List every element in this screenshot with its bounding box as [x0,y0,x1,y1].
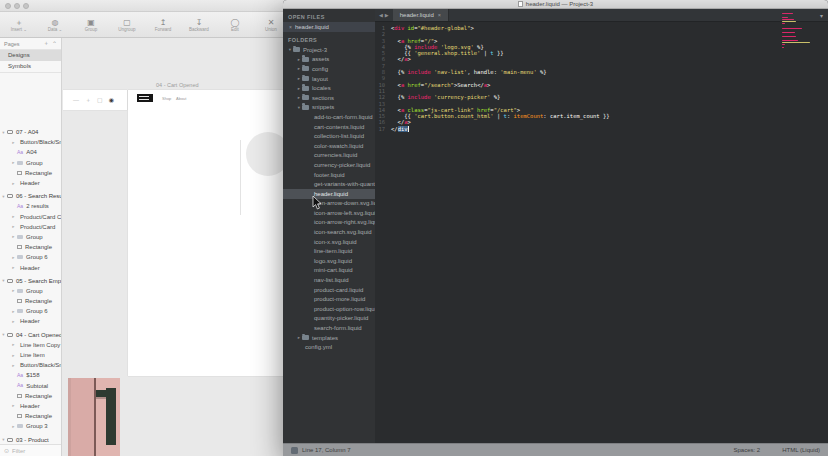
toolbar-button-insert[interactable]: ＋Insert ⌄ [6,18,32,32]
tree-file-mini-cart.liquid[interactable]: mini-cart.liquid [283,266,375,276]
tree-folder-templates[interactable]: ▸templates [283,333,375,343]
layer-filter[interactable]: ⊙ Filter [0,444,62,456]
chevron-icon[interactable]: ▸ [10,288,17,293]
tree-folder-snippets[interactable]: ▾snippets [283,103,375,113]
chevron-icon[interactable]: ▸ [10,160,17,165]
artboard-04-cart-opened[interactable]: Shop About [128,90,285,376]
chevron-icon[interactable]: ▾ [0,437,7,442]
layer-row[interactable]: AaA04 [0,147,61,157]
tree-file-header.liquid[interactable]: header.liquid [283,189,375,199]
code-area[interactable]: 1234567891011121314151617 <div id="#head… [375,22,828,443]
code-line-17[interactable]: </div [391,126,828,132]
layer-row[interactable]: ▸Header [0,178,61,188]
layer-row[interactable]: ▸Product/Card Co… [0,212,61,222]
chevron-icon[interactable]: ▸ [10,353,17,358]
tree-folder-Project-3[interactable]: ▾Project-3 [283,45,375,55]
layer-row[interactable]: ▸Button/Black/Sm… [0,137,61,147]
cursor-position[interactable]: Line 17, Column 7 [302,447,351,453]
layer-row[interactable]: ▾03 - Product [0,434,61,443]
nav-back-icon[interactable]: ◀ [379,12,383,18]
chevron-icon[interactable]: ▸ [10,265,17,270]
nav-forward-icon[interactable]: ▶ [385,12,389,18]
layer-row[interactable]: ▸Group 3 [0,421,61,431]
chevron-icon[interactable]: ▾ [0,194,7,199]
tree-file-add-to-cart-form.liquid[interactable]: add-to-cart-form.liquid [283,112,375,122]
tree-file-icon-arrow-left.svg.liquid[interactable]: icon-arrow-left.svg.liquid [283,208,375,218]
layer-row[interactable]: ▸Line Item Copy [0,340,61,350]
tree-file-nav-list.liquid[interactable]: nav-list.liquid [283,275,375,285]
layer-row[interactable]: ▸Group [0,232,61,242]
layer-row[interactable]: ▸Group [0,158,61,168]
chevron-icon[interactable]: ▾ [0,332,7,337]
layer-row[interactable]: Rectangle [0,296,61,306]
toolbar-button-backward[interactable]: ↧Backward [186,18,212,32]
layer-row[interactable]: ▾06 - Search Resu… [0,191,61,201]
layer-row[interactable]: ▸Line Item [0,350,61,360]
zoom-window-icon[interactable] [23,3,29,9]
chevron-icon[interactable]: ▸ [10,403,17,408]
open-file-item[interactable]: ×header.liquid [283,22,375,32]
tree-folder-locales[interactable]: ▸locales [283,83,375,93]
layer-row[interactable]: Rectangle [0,391,61,401]
chevron-icon[interactable]: ▾ [0,130,7,135]
tree-file-logo.svg.liquid[interactable]: logo.svg.liquid [283,256,375,266]
page-item-designs[interactable]: Designs [0,50,61,61]
layer-row[interactable]: AaSubtotal [0,381,61,391]
chevron-icon[interactable]: ▾ [0,278,7,283]
collapse-pages-icon[interactable]: ⌃ [52,40,57,47]
toolbar-button-ungroup[interactable]: ▢Ungroup [114,18,140,32]
tree-folder-assets[interactable]: ▸assets [283,55,375,65]
toolbar-button-union[interactable]: ✕Union [258,18,284,32]
tree-file-currencies.liquid[interactable]: currencies.liquid [283,151,375,161]
tree-file-product-option-row.liquid[interactable]: product-option-row.liquid [283,304,375,314]
chevron-icon[interactable]: ▸ [10,214,17,219]
tree-file-cart-contents.liquid[interactable]: cart-contents.liquid [283,122,375,132]
layer-row[interactable]: ▸Group [0,286,61,296]
tree-file-get-variants-with-quantity.liquid[interactable]: get-variants-with-quantity.liquid [283,179,375,189]
plus-icon[interactable]: ＋ [85,97,91,103]
toolbar-button-group[interactable]: ▣Group [78,18,104,32]
code-lines[interactable]: <div id="#header-global"> <a href="/"> {… [388,22,828,443]
tree-file-currency-picker.liquid[interactable]: currency-picker.liquid [283,160,375,170]
toolbar-button-edit[interactable]: ◯Edit [222,18,248,32]
close-file-icon[interactable]: × [289,24,292,30]
minus-icon[interactable]: — [73,97,79,103]
add-page-icon[interactable]: ＋ [43,39,49,48]
chevron-icon[interactable]: ▸ [10,255,17,260]
layer-row[interactable]: ▾04 - Cart Opened [0,330,61,340]
chevron-icon[interactable]: ▸ [10,309,17,314]
tree-file-icon-x.svg.liquid[interactable]: icon-x.svg.liquid [283,237,375,247]
editor-titlebar[interactable]: header.liquid — Project-3 [283,0,828,9]
layer-row[interactable]: Rectangle [0,411,61,421]
chevron-icon[interactable]: ▸ [10,140,17,145]
chevron-icon[interactable]: ▸ [10,224,17,229]
layer-row[interactable]: ▸Product/Card [0,222,61,232]
close-window-icon[interactable] [5,3,11,9]
tab-close-icon[interactable]: × [438,12,441,18]
chevron-icon[interactable]: ▸ [10,363,17,368]
tree-file-product-more.liquid[interactable]: product-more.liquid [283,294,375,304]
tree-file-icon-arrow-down.svg.liquid[interactable]: icon-arrow-down.svg.liquid [283,199,375,209]
chevron-icon[interactable]: ▸ [10,234,17,239]
status-icon[interactable] [291,447,298,454]
layer-row[interactable]: ▸Button/Black/Sm… [0,360,61,370]
tree-file-config.yml[interactable]: config.yml [283,342,375,352]
chevron-icon[interactable]: ▸ [10,181,17,186]
layer-row[interactable]: Aa$158 [0,370,61,380]
toolbar-button-forward[interactable]: ↥Forward [150,18,176,32]
toolbar-button-data[interactable]: ◍Data ⌄ [42,18,68,32]
tree-file-footer.liquid[interactable]: footer.liquid [283,170,375,180]
tab-overflow-icon[interactable]: ▾ [815,9,828,21]
indent-setting[interactable]: Spaces: 2 [734,447,761,453]
tree-file-search-form.liquid[interactable]: search-form.liquid [283,323,375,333]
tree-file-icon-arrow-right.svg.liquid[interactable]: icon-arrow-right.svg.liquid [283,218,375,228]
layer-row[interactable]: ▸Header [0,401,61,411]
page-item-symbols[interactable]: Symbols [0,61,61,72]
layer-row[interactable]: Rectangle [0,168,61,178]
syntax-setting[interactable]: HTML (Liquid) [782,447,820,453]
tree-file-collection-list.liquid[interactable]: collection-list.liquid [283,131,375,141]
tree-file-quantity-picker.liquid[interactable]: quantity-picker.liquid [283,314,375,324]
layer-row[interactable]: Aa2 results [0,201,61,211]
tree-file-color-swatch.liquid[interactable]: color-swatch.liquid [283,141,375,151]
minimap[interactable] [782,13,814,49]
